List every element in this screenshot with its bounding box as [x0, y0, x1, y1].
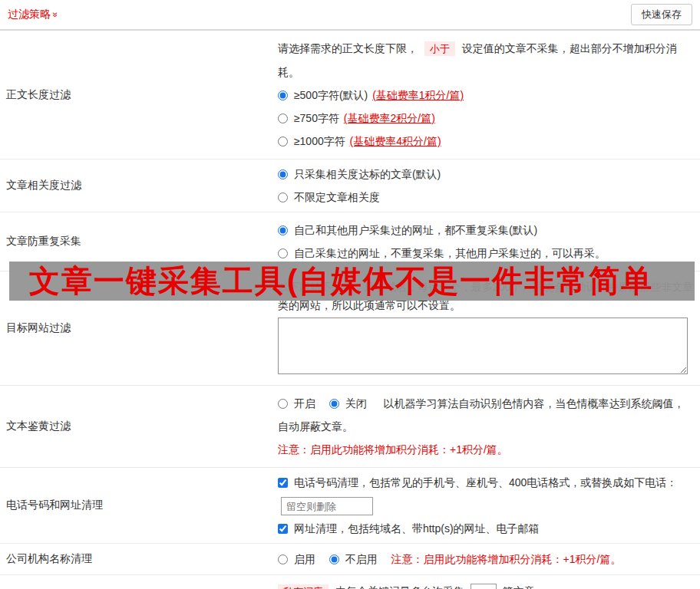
- relevance-radio-strict[interactable]: [278, 169, 288, 179]
- phone-clean-option[interactable]: 电话号码清理，包括常见的手机号、座机号、400电话格式，或替换成如下电话：: [278, 476, 677, 489]
- company-clean-note: 注意：启用此功能将增加积分消耗：+1积分/篇。: [391, 553, 622, 565]
- option-label: 不启用: [345, 553, 378, 565]
- dedup-option-self[interactable]: 自己采集过的网址，不重复采集，其他用户采集过的，可以再采。: [278, 247, 606, 259]
- porn-filter-content: 开启 关闭 以机器学习算法自动识别色情内容，当色情概率达到系统阈值，自动屏蔽文章…: [278, 386, 700, 467]
- phone-url-clean-label: 电话号码和网址清理: [0, 468, 278, 543]
- page-title[interactable]: 过滤策略 »: [8, 8, 58, 21]
- watermark-banner: 文章一键采集工具(自媒体不是一件非常简单: [9, 262, 695, 301]
- keyword-dedup-content: 私有词库 中每个关键词最多允许采集 篇文章。 如果留空或设为0，则不限篇数。 如…: [278, 575, 700, 589]
- fee-note: (基础费率1积分/篇): [372, 89, 464, 101]
- phone-clean-checkbox[interactable]: [278, 478, 288, 488]
- phone-url-clean-content: 电话号码清理，包括常见的手机号、座机号、400电话格式，或替换成如下电话： 网址…: [278, 468, 700, 543]
- row-porn-filter: 文本鉴黄过滤 开启 关闭 以机器学习算法自动识别色情内容，当色情概率达到系统阈值…: [0, 386, 700, 468]
- header-bar: 过滤策略 » 快速保存: [0, 0, 700, 31]
- option-label: ≥750字符: [294, 112, 339, 124]
- porn-filter-label: 文本鉴黄过滤: [0, 386, 278, 467]
- length-radio-500[interactable]: [278, 90, 288, 100]
- blocked-sites-textarea[interactable]: [278, 318, 688, 374]
- url-clean-checkbox[interactable]: [278, 524, 288, 534]
- company-clean-label: 公司机构名称清理: [0, 544, 278, 574]
- option-label: 自己和其他用户采集过的网址，都不重复采集(默认): [294, 224, 537, 236]
- option-label: 关闭: [345, 397, 367, 410]
- porn-option-on[interactable]: 开启: [278, 397, 319, 410]
- option-label: 网址清理，包括纯域名、带http(s)的网址、电子邮箱: [294, 522, 540, 535]
- company-option-on[interactable]: 启用: [278, 553, 319, 565]
- max-articles-input[interactable]: [471, 584, 497, 589]
- length-option-750[interactable]: ≥750字符 (基础费率2积分/篇): [278, 112, 435, 124]
- dedup-radio-all[interactable]: [278, 225, 288, 235]
- porn-option-off[interactable]: 关闭: [329, 397, 370, 410]
- length-option-1000[interactable]: ≥1000字符 (基础费率4积分/篇): [278, 135, 441, 147]
- relevance-filter-content: 只采集相关度达标的文章(默认) 不限定文章相关度: [278, 160, 700, 212]
- keyword-line1-post: 篇文章。: [503, 585, 546, 589]
- row-length-filter: 正文长度过滤 请选择需求的正文长度下限， 小于 设定值的文章不采集，超出部分不增…: [0, 31, 700, 160]
- watermark-text: 文章一键采集工具(自媒体不是一件非常简单: [9, 262, 653, 301]
- url-clean-option[interactable]: 网址清理，包括纯域名、带http(s)的网址、电子邮箱: [278, 522, 540, 535]
- private-lexicon-tag: 私有词库: [278, 584, 329, 589]
- fee-note: (基础费率4积分/篇): [350, 135, 441, 147]
- length-filter-intro: 请选择需求的正文长度下限， 小于 设定值的文章不采集，超出部分不增加积分消耗。: [278, 37, 694, 84]
- option-label: 只采集相关度达标的文章(默认): [294, 168, 441, 180]
- option-label: 不限定文章相关度: [294, 191, 380, 203]
- row-keyword-dedup: 关键词防重复采集 私有词库 中每个关键词最多允许采集 篇文章。 如果留空或设为0…: [0, 575, 700, 589]
- replacement-phone-input[interactable]: [281, 497, 373, 515]
- porn-filter-note: 注意：启用此功能将增加积分消耗：+1积分/篇。: [278, 438, 694, 461]
- option-label: 开启: [294, 397, 315, 410]
- porn-radio-on[interactable]: [278, 399, 288, 409]
- relevance-option-strict[interactable]: 只采集相关度达标的文章(默认): [278, 168, 441, 180]
- option-label: ≥500字符(默认): [294, 89, 368, 101]
- row-relevance-filter: 文章相关度过滤 只采集相关度达标的文章(默认) 不限定文章相关度: [0, 160, 700, 212]
- keyword-dedup-label: 关键词防重复采集: [0, 575, 278, 589]
- quick-save-button[interactable]: 快速保存: [631, 4, 692, 25]
- chevron-down-icon: »: [50, 12, 61, 18]
- relevance-option-any[interactable]: 不限定文章相关度: [278, 191, 380, 203]
- company-clean-content: 启用 不启用 注意：启用此功能将增加积分消耗：+1积分/篇。: [278, 544, 700, 574]
- company-radio-on[interactable]: [278, 554, 288, 564]
- fee-note: (基础费率2积分/篇): [344, 112, 435, 124]
- option-label: 自己采集过的网址，不重复采集，其他用户采集过的，可以再采。: [294, 247, 606, 259]
- relevance-radio-any[interactable]: [278, 192, 288, 202]
- company-option-off[interactable]: 不启用: [329, 553, 381, 565]
- option-label: 启用: [294, 553, 315, 565]
- row-phone-url-clean: 电话号码和网址清理 电话号码清理，包括常见的手机号、座机号、400电话格式，或替…: [0, 468, 700, 544]
- length-radio-750[interactable]: [278, 114, 288, 123]
- length-filter-content: 请选择需求的正文长度下限， 小于 设定值的文章不采集，超出部分不增加积分消耗。 …: [278, 31, 700, 159]
- row-company-clean: 公司机构名称清理 启用 不启用 注意：启用此功能将增加积分消耗：+1积分/篇。: [0, 544, 700, 575]
- length-filter-label: 正文长度过滤: [0, 31, 278, 159]
- company-radio-off[interactable]: [329, 554, 339, 564]
- porn-radio-off[interactable]: [329, 399, 339, 409]
- length-radio-1000[interactable]: [278, 137, 288, 146]
- page-title-text: 过滤策略: [8, 8, 51, 21]
- option-label: ≥1000字符: [294, 135, 345, 147]
- intro-text-pre: 请选择需求的正文长度下限，: [278, 42, 418, 54]
- option-label: 电话号码清理，包括常见的手机号、座机号、400电话格式，或替换成如下电话：: [294, 476, 677, 489]
- keyword-line1-mid: 中每个关键词最多允许采集: [335, 585, 464, 589]
- dedup-option-all[interactable]: 自己和其他用户采集过的网址，都不重复采集(默认): [278, 224, 537, 236]
- relevance-filter-label: 文章相关度过滤: [0, 160, 278, 212]
- dedup-radio-self[interactable]: [278, 248, 288, 258]
- length-option-500[interactable]: ≥500字符(默认) (基础费率1积分/篇): [278, 89, 464, 101]
- less-than-tag: 小于: [424, 41, 455, 56]
